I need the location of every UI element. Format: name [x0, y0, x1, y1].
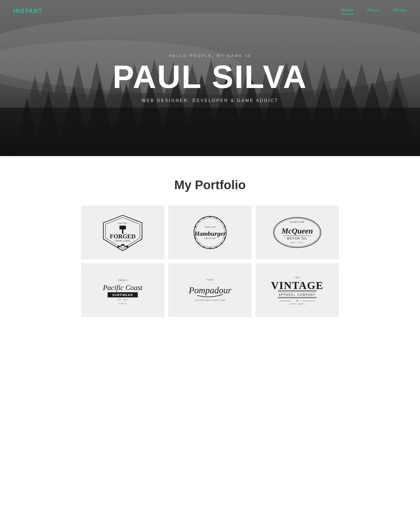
portfolio-item-hamburger[interactable]: Steliar Food! Hamburger Fast Service!	[168, 206, 252, 259]
hero-greeting: HELLO PEOPLE, MY NAME IS	[113, 53, 308, 58]
mcqueen-logo-svg: GENUINE McQueen MOTOR OIL EST. 1932	[264, 211, 331, 254]
svg-point-57	[221, 221, 222, 222]
svg-text:SURFWEAR: SURFWEAR	[112, 293, 133, 297]
svg-text:APPAREL COMPANY: APPAREL COMPANY	[279, 293, 316, 296]
portfolio-item-vintage[interactable]: • The • VINTAGE APPAREL COMPANY Premium …	[255, 263, 339, 317]
svg-text:Premium Brand: Premium Brand	[280, 300, 291, 302]
hero-tagline: WEB DESIGNER, DEVELOPER & GAME ADDICT	[113, 98, 308, 103]
svg-point-56	[216, 217, 217, 219]
portfolio-item-mcqueen[interactable]: GENUINE McQueen MOTOR OIL EST. 1932	[255, 206, 339, 259]
portfolio-item-pompadour[interactable]: Original Pompadour SLICKED BACK SINCE 19…	[168, 263, 252, 317]
svg-text:SLICKED BACK SINCE 1950: SLICKED BACK SINCE 1950	[195, 299, 225, 301]
svg-point-67	[198, 221, 199, 222]
portfolio-title: My Portfolio	[11, 178, 409, 192]
svg-rect-41	[0, 108, 420, 156]
svg-text:FORGED: FORGED	[110, 233, 136, 240]
svg-text:~ since 1921 ~: ~ since 1921 ~	[117, 222, 128, 224]
forged-logo-svg: ~ since 1921 ~ FORGED STRONG as STEEL	[89, 211, 156, 254]
nav-home[interactable]: Home	[341, 8, 353, 15]
svg-text:Original: Original	[207, 279, 213, 281]
svg-text:STRONG as STEEL: STRONG as STEEL	[115, 240, 131, 242]
vintage-logo-svg: • The • VINTAGE APPAREL COMPANY Premium …	[264, 269, 331, 312]
svg-point-59	[224, 238, 225, 239]
brand-logo[interactable]: INSTANT	[13, 8, 42, 15]
svg-point-61	[216, 246, 217, 248]
svg-point-63	[203, 246, 204, 248]
svg-text:★: ★	[296, 300, 298, 302]
portfolio-item-pacific[interactable]: ~ ORIGINAL ~ Pacific Coast SURFWEAR EST.…	[81, 263, 165, 317]
svg-point-68	[203, 217, 204, 219]
portfolio-item-forged[interactable]: ~ since 1921 ~ FORGED STRONG as STEEL	[81, 206, 165, 259]
portfolio-grid: ~ since 1921 ~ FORGED STRONG as STEEL	[81, 206, 339, 317]
svg-text:Fast Service!: Fast Service!	[204, 237, 216, 239]
nav-about[interactable]: About	[367, 8, 380, 15]
svg-line-50	[122, 244, 127, 247]
svg-point-64	[198, 243, 199, 244]
svg-text:Hamburger: Hamburger	[194, 230, 226, 237]
hero-content: HELLO PEOPLE, MY NAME IS PAUL SILVA WEB …	[113, 53, 308, 103]
nav-links: Home About Works	[341, 8, 407, 15]
svg-text:Pompadour: Pompadour	[188, 285, 232, 295]
svg-text:McQueen: McQueen	[281, 227, 313, 235]
svg-point-58	[224, 226, 225, 227]
svg-text:GENUINE: GENUINE	[290, 221, 305, 223]
svg-point-60	[221, 243, 222, 244]
hamburger-logo-svg: Steliar Food! Hamburger Fast Service!	[177, 211, 244, 254]
svg-text:EST. 1932: EST. 1932	[291, 241, 304, 244]
svg-text:Steliar Food!: Steliar Food!	[205, 226, 216, 228]
svg-text:MOTOR OIL: MOTOR OIL	[287, 237, 308, 240]
hero-section: HELLO PEOPLE, MY NAME IS PAUL SILVA WEB …	[0, 0, 420, 156]
svg-point-65	[195, 238, 196, 239]
svg-point-55	[209, 216, 211, 217]
svg-point-62	[209, 248, 211, 249]
svg-text:VINTAGE: VINTAGE	[271, 279, 323, 291]
svg-point-66	[195, 226, 196, 227]
navbar: INSTANT Home About Works	[0, 0, 420, 22]
svg-text:~ ORIGINAL ~: ~ ORIGINAL ~	[117, 279, 129, 281]
svg-text:• The •: • The •	[294, 276, 301, 279]
pacific-logo-svg: ~ ORIGINAL ~ Pacific Coast SURFWEAR EST.…	[89, 269, 156, 312]
hero-name: PAUL SILVA	[113, 61, 308, 93]
nav-works[interactable]: Works	[393, 8, 407, 15]
svg-rect-45	[119, 226, 126, 229]
svg-text:Pacific Coast: Pacific Coast	[103, 284, 143, 292]
svg-text:— EST. 1949 —: — EST. 1949 —	[287, 303, 307, 305]
portfolio-section: My Portfolio ~ since 1921 ~ FORGED STRON…	[0, 156, 420, 339]
svg-text:Quality Garments: Quality Garments	[303, 300, 315, 302]
svg-text:〜 ✦ 〜: 〜 ✦ 〜	[119, 302, 127, 305]
svg-text:EST. 2013: EST. 2013	[118, 299, 128, 301]
pompadour-logo-svg: Original Pompadour SLICKED BACK SINCE 19…	[177, 269, 244, 312]
